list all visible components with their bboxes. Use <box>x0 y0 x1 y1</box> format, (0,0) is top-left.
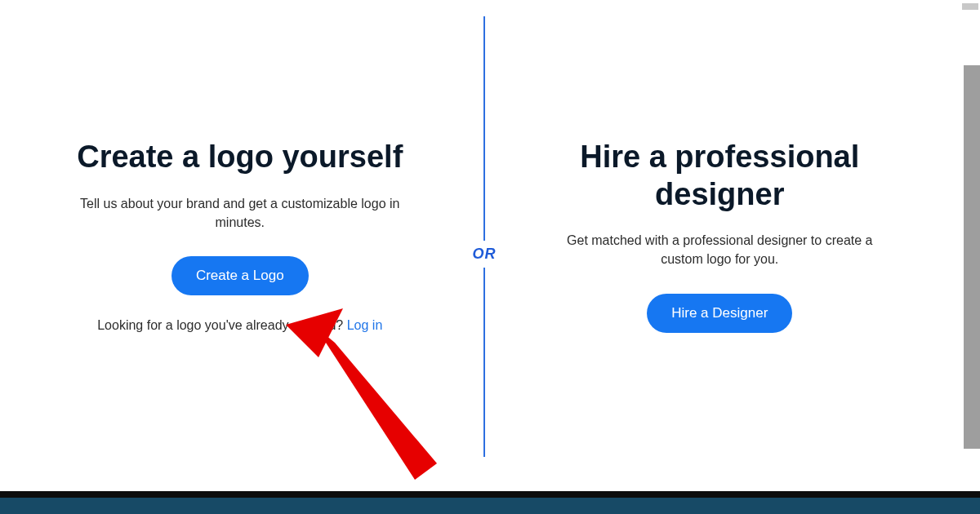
taskbar-sliver <box>0 491 980 514</box>
hire-designer-button[interactable]: Hire a Designer <box>647 294 792 333</box>
left-subtext: Tell us about your brand and get a custo… <box>77 194 403 232</box>
existing-logo-prompt: Looking for a logo you've already create… <box>97 318 382 333</box>
create-logo-button[interactable]: Create a Logo <box>172 256 309 295</box>
right-subtext: Get matched with a professional designer… <box>556 231 883 268</box>
login-link[interactable]: Log in <box>347 318 383 332</box>
existing-logo-text: Looking for a logo you've already create… <box>97 318 346 332</box>
divider-line <box>483 16 485 457</box>
divider-or-label: OR <box>470 241 500 268</box>
scrollbar-up-stub <box>962 3 978 10</box>
left-heading: Create a logo yourself <box>77 139 403 176</box>
choice-page: Create a logo yourself Tell us about you… <box>0 0 960 490</box>
right-panel: Hire a professional designer Get matched… <box>480 0 960 490</box>
panel-divider: OR <box>483 8 485 465</box>
right-heading: Hire a professional designer <box>556 139 883 213</box>
vertical-scrollbar[interactable] <box>964 65 980 449</box>
left-panel: Create a logo yourself Tell us about you… <box>0 0 480 490</box>
